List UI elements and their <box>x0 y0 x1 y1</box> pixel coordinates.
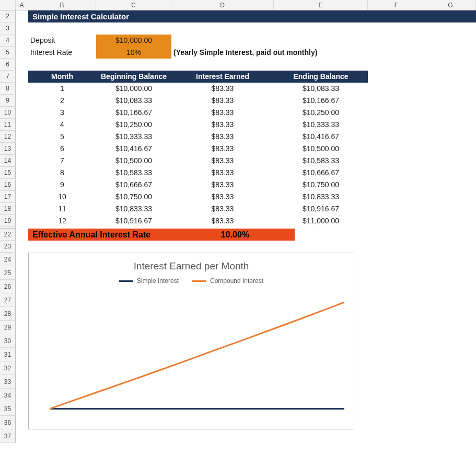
row-header-33[interactable]: 33 <box>0 375 16 389</box>
effective-rate-bar[interactable]: Effective Annual Interest Rate 10.00% <box>28 229 295 241</box>
row-header-23[interactable]: 23 <box>0 241 16 253</box>
row-header-18[interactable]: 18 <box>0 203 16 215</box>
row-header-14[interactable]: 14 <box>0 155 16 167</box>
legend-compound[interactable]: Compound Interest <box>192 277 263 285</box>
row-header-11[interactable]: 11 <box>0 119 16 131</box>
row-header-19[interactable]: 19 <box>0 215 16 227</box>
row-header-5[interactable]: 5 <box>0 47 16 59</box>
row-header-36[interactable]: 36 <box>0 416 16 429</box>
cell-begin[interactable]: $10,416.67 <box>96 143 171 155</box>
col-header-E[interactable]: E <box>274 0 368 10</box>
deposit-value[interactable]: $10,000.00 <box>96 35 171 47</box>
rate-note[interactable]: (Yearly Simple Interest, paid out monthl… <box>171 47 274 59</box>
cell-month[interactable]: 3 <box>28 107 96 119</box>
cell-end[interactable]: $10,416.67 <box>274 131 368 143</box>
row-header-24[interactable]: 24 <box>0 253 16 266</box>
row-header-30[interactable]: 30 <box>0 334 16 348</box>
cell-begin[interactable]: $10,500.00 <box>96 155 171 167</box>
cell-begin[interactable]: $10,750.00 <box>96 191 171 203</box>
row-header-26[interactable]: 26 <box>0 280 16 293</box>
th-end[interactable]: Ending Balance <box>274 71 368 83</box>
row-header-29[interactable]: 29 <box>0 321 16 334</box>
cell-end[interactable]: $10,083.33 <box>274 83 368 95</box>
col-header-C[interactable]: C <box>96 0 171 10</box>
cell-end[interactable]: $10,333.33 <box>274 119 368 131</box>
cell-int[interactable]: $83.33 <box>171 203 274 215</box>
row-header-6[interactable]: 6 <box>0 59 16 71</box>
row-header-34[interactable]: 34 <box>0 389 16 402</box>
cell-month[interactable]: 10 <box>28 191 96 203</box>
deposit-label[interactable]: Deposit <box>28 35 96 47</box>
row-header-28[interactable]: 28 <box>0 307 16 321</box>
grid-body[interactable]: Simple Interest Calculator Deposit $10,0… <box>16 10 476 454</box>
row-header-2[interactable]: 2 <box>0 10 16 22</box>
cell-int[interactable]: $83.33 <box>171 107 274 119</box>
cell-int[interactable]: $83.33 <box>171 83 274 95</box>
cell-month[interactable]: 5 <box>28 131 96 143</box>
cell-int[interactable]: $83.33 <box>171 95 274 107</box>
cell-month[interactable]: 8 <box>28 167 96 179</box>
row-header-13[interactable]: 13 <box>0 143 16 155</box>
col-header-A[interactable]: A <box>16 0 28 10</box>
cell-A2[interactable] <box>16 10 28 22</box>
cell-month[interactable]: 11 <box>28 203 96 215</box>
col-header-G[interactable]: G <box>425 0 476 10</box>
cell-begin[interactable]: $10,916.67 <box>96 215 171 227</box>
cell-begin[interactable]: $10,000.00 <box>96 83 171 95</box>
row-header-4[interactable]: 4 <box>0 35 16 47</box>
cell-int[interactable]: $83.33 <box>171 191 274 203</box>
row-header-22[interactable]: 22 <box>0 229 16 241</box>
row-header-9[interactable]: 9 <box>0 95 16 107</box>
cell-month[interactable]: 6 <box>28 143 96 155</box>
cell-month[interactable]: 9 <box>28 179 96 191</box>
cell-month[interactable]: 2 <box>28 95 96 107</box>
row-header-31[interactable]: 31 <box>0 348 16 361</box>
cell-month[interactable]: 1 <box>28 83 96 95</box>
rate-label[interactable]: Interest Rate <box>28 47 96 59</box>
cell-int[interactable]: $83.33 <box>171 143 274 155</box>
cell-begin[interactable]: $10,666.67 <box>96 179 171 191</box>
cell-month[interactable]: 12 <box>28 215 96 227</box>
th-begin[interactable]: Beginning Balance <box>96 71 171 83</box>
cell-end[interactable]: $10,166.67 <box>274 95 368 107</box>
row-header-3[interactable]: 3 <box>0 22 16 35</box>
legend-simple[interactable]: Simple Interest <box>119 277 179 285</box>
cell-begin[interactable]: $10,333.33 <box>96 131 171 143</box>
row-header-17[interactable]: 17 <box>0 191 16 203</box>
cell-begin[interactable]: $10,833.33 <box>96 203 171 215</box>
row-header-37[interactable]: 37 <box>0 429 16 443</box>
col-header-D[interactable]: D <box>171 0 274 10</box>
cell-begin[interactable]: $10,250.00 <box>96 119 171 131</box>
row-header-8[interactable]: 8 <box>0 83 16 95</box>
cell-end[interactable]: $10,833.33 <box>274 191 368 203</box>
row-header-15[interactable]: 15 <box>0 167 16 179</box>
cell-end[interactable]: $10,583.33 <box>274 155 368 167</box>
row-header-16[interactable]: 16 <box>0 179 16 191</box>
cell-begin[interactable]: $10,166.67 <box>96 107 171 119</box>
cell-int[interactable]: $83.33 <box>171 155 274 167</box>
th-int[interactable]: Interest Earned <box>171 71 274 83</box>
row-header-35[interactable]: 35 <box>0 402 16 416</box>
col-header-F[interactable]: F <box>368 0 425 10</box>
cell-int[interactable]: $83.33 <box>171 131 274 143</box>
row-header-32[interactable]: 32 <box>0 361 16 375</box>
th-month[interactable]: Month <box>28 71 96 83</box>
cell-int[interactable]: $83.33 <box>171 167 274 179</box>
row-header-25[interactable]: 25 <box>0 266 16 280</box>
row-header-10[interactable]: 10 <box>0 107 16 119</box>
cell-int[interactable]: $83.33 <box>171 179 274 191</box>
row-header-7[interactable]: 7 <box>0 71 16 83</box>
cell-end[interactable]: $10,750.00 <box>274 179 368 191</box>
cell-end[interactable]: $11,000.00 <box>274 215 368 227</box>
rate-value[interactable]: 10% <box>96 47 171 59</box>
sheet-title[interactable]: Simple Interest Calculator <box>28 10 476 22</box>
select-all-corner[interactable] <box>0 0 16 10</box>
row-header-27[interactable]: 27 <box>0 293 16 307</box>
row-header-12[interactable]: 12 <box>0 131 16 143</box>
cell-int[interactable]: $83.33 <box>171 215 274 227</box>
cell-month[interactable]: 7 <box>28 155 96 167</box>
cell-end[interactable]: $10,916.67 <box>274 203 368 215</box>
cell-begin[interactable]: $10,083.33 <box>96 95 171 107</box>
chart[interactable]: Interest Earned per Month Simple Interes… <box>28 253 354 429</box>
cell-begin[interactable]: $10,583.33 <box>96 167 171 179</box>
